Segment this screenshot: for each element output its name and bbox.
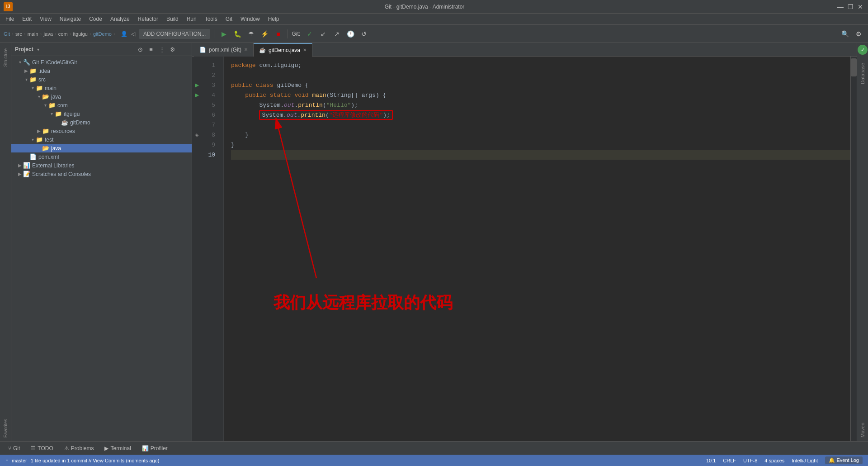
tree-root[interactable]: ▾ 🔧 Git E:\Code\Git\Git [11, 58, 192, 67]
git-check-button[interactable]: ✓ [304, 28, 316, 40]
scratches-arrow: ▶ [17, 171, 23, 176]
pom-tab-close[interactable]: ✕ [244, 47, 248, 52]
tree-src[interactable]: ▾ 📁 src [11, 75, 192, 84]
settings-icon[interactable]: ⚙ [168, 45, 177, 54]
encoding[interactable]: UTF-8 [743, 458, 757, 463]
maven-tab[interactable]: Maven [858, 419, 867, 441]
window-controls[interactable]: — ❐ ✕ [836, 3, 864, 11]
tree-java-test[interactable]: 📂 java [11, 144, 192, 152]
tab-gitdemo[interactable]: ☕ gitDemo.java ✕ [254, 43, 312, 57]
git-icon: 🔧 [23, 59, 30, 66]
settings-button[interactable]: ⚙ [853, 28, 864, 40]
tree-external-libs[interactable]: ▶ 📊 External Libraries [11, 161, 192, 170]
tree-scratches[interactable]: ▶ 📝 Scratches and Consoles [11, 170, 192, 178]
ide-mode[interactable]: IntelliJ Light [792, 458, 818, 463]
todo-label: TODO [38, 445, 53, 452]
minimize-icon[interactable]: – [179, 45, 188, 54]
code-editor[interactable]: ▶ ▶ ◈ 1 2 3 4 5 6 7 8 9 10 [192, 57, 857, 441]
menu-navigate[interactable]: Navigate [56, 15, 85, 23]
sync-icon[interactable]: ⊙ [136, 45, 145, 54]
code-content[interactable]: package com.itguigu; public class gitDem… [224, 57, 850, 441]
tree-itguigu[interactable]: ▾ 📁 itguigu [11, 109, 192, 118]
tree-com[interactable]: ▾ 📁 com [11, 101, 192, 109]
run-line3[interactable]: ▶ [195, 80, 199, 90]
itguigu-folder-icon: 📁 [55, 110, 62, 117]
menu-help[interactable]: Help [264, 15, 283, 23]
java-label: java [51, 94, 61, 100]
run-line4[interactable]: ▶ [195, 90, 199, 100]
search-everywhere-button[interactable]: 🔍 [839, 28, 851, 40]
git-update-button[interactable]: ↙ [317, 28, 329, 40]
project-dropdown-arrow[interactable]: ▾ [37, 47, 39, 52]
tree-gitdemo[interactable]: ☕ gitDemo [11, 118, 192, 127]
menu-window[interactable]: Window [237, 15, 264, 23]
src-breadcrumb[interactable]: src [15, 31, 22, 37]
debug-button[interactable]: 🐛 [231, 28, 243, 40]
tree-main[interactable]: ▾ 📁 main [11, 84, 192, 92]
coverage-button[interactable]: ☂ [245, 28, 257, 40]
profiler-tab[interactable]: 📊 Profiler [137, 444, 172, 452]
run-button[interactable]: ▶ [218, 28, 230, 40]
menu-analyze[interactable]: Analyze [107, 15, 133, 23]
event-log[interactable]: 🔔 Event Log [825, 456, 863, 464]
tree-java[interactable]: ▾ 📂 java [11, 92, 192, 101]
sidebar-header: Project ▾ ⊙ ≡ ⋮ ⚙ – [11, 43, 192, 56]
problems-tab[interactable]: ⚠ Problems [60, 444, 99, 452]
menu-tools[interactable]: Tools [201, 15, 221, 23]
close-button[interactable]: ✕ [856, 3, 864, 11]
minimize-button[interactable]: — [836, 3, 844, 11]
tree-test[interactable]: ▾ 📁 test [11, 135, 192, 144]
itguigu-breadcrumb[interactable]: itguigu [73, 31, 88, 37]
structure-tab[interactable]: Structure [2, 45, 9, 71]
scrollbar-track[interactable] [850, 57, 857, 441]
tree-pom[interactable]: 📄 pom.xml [11, 152, 192, 161]
terminal-tab[interactable]: ▶ Terminal [100, 444, 135, 452]
database-tab[interactable]: Database [858, 59, 867, 88]
menu-view[interactable]: View [36, 15, 55, 23]
menu-git[interactable]: Git [222, 15, 236, 23]
scrollbar-thumb[interactable] [851, 58, 857, 76]
tree-resources[interactable]: ▶ 📁 resources [11, 127, 192, 135]
main-breadcrumb[interactable]: main [28, 31, 38, 37]
com-breadcrumb[interactable]: com [58, 31, 68, 37]
git-actions-label: Git: [292, 31, 300, 37]
project-sidebar: Project ▾ ⊙ ≡ ⋮ ⚙ – ▾ 🔧 Git E:\Code\Git\… [11, 43, 192, 441]
compact-icon[interactable]: ≡ [146, 45, 156, 54]
add-configuration-button[interactable]: ADD CONFIGURATION... [139, 29, 210, 39]
git-push-button[interactable]: ↗ [331, 28, 343, 40]
linenum-8: 8 [201, 130, 219, 140]
gitdemo-breadcrumb[interactable]: gitDemo [93, 31, 112, 37]
stop-button[interactable]: ■ [272, 28, 284, 40]
indent-info[interactable]: 4 spaces [764, 458, 784, 463]
todo-tab[interactable]: ☰ TODO [26, 444, 57, 452]
menu-build[interactable]: Build [163, 15, 182, 23]
menu-file[interactable]: File [2, 15, 18, 23]
code-line-6: System.out.println("远程库修改的代码"); [231, 110, 850, 120]
git-btab-label: Git [13, 445, 20, 452]
scratches-icon: 📝 [23, 171, 30, 177]
tab-pom[interactable]: 📄 pom.xml (Git) ✕ [194, 43, 254, 57]
line-separator[interactable]: CRLF [723, 458, 736, 463]
maximize-button[interactable]: ❐ [846, 3, 854, 11]
git-history-button[interactable]: 🕐 [344, 28, 356, 40]
back-button[interactable]: ◁ [131, 31, 135, 37]
tree-idea[interactable]: ▶ 📁 .idea [11, 67, 192, 75]
menu-edit[interactable]: Edit [19, 15, 35, 23]
linenum-6: 6 [201, 110, 219, 120]
git-branch[interactable]: ⑂ master [5, 458, 27, 463]
commit-message[interactable]: 1 file updated in 1 commit // View Commi… [31, 458, 160, 463]
root-label: Git E:\Code\Git\Git [32, 59, 77, 66]
git-breadcrumb[interactable]: Git [4, 31, 10, 37]
menu-refactor[interactable]: Refactor [134, 15, 162, 23]
git-rollback-button[interactable]: ↺ [358, 28, 370, 40]
filter-icon[interactable]: ⋮ [157, 45, 166, 54]
profile-run-button[interactable]: ⚡ [259, 28, 270, 40]
menu-code[interactable]: Code [85, 15, 106, 23]
cursor-position[interactable]: 10:1 [706, 458, 716, 463]
linenum-7: 7 [201, 120, 219, 130]
java-breadcrumb[interactable]: java [44, 31, 53, 37]
git-bottom-tab[interactable]: ⑂ Git [4, 444, 24, 452]
menu-run[interactable]: Run [183, 15, 200, 23]
gitdemo-tab-close[interactable]: ✕ [303, 48, 307, 52]
favorites-tab[interactable]: Favorites [2, 415, 9, 441]
